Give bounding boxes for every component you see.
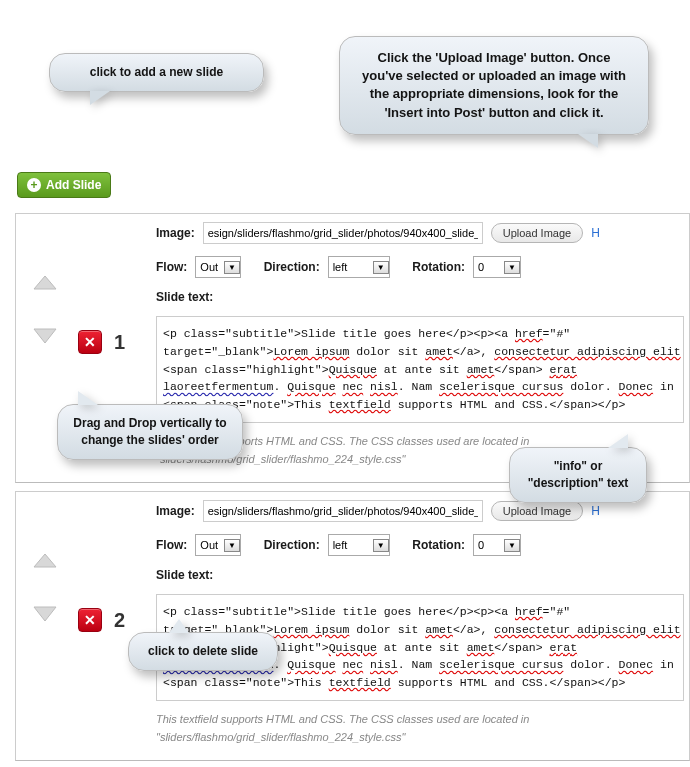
slide-number: 2 [114, 609, 125, 632]
image-path-input[interactable] [203, 222, 483, 244]
flow-label: Flow: [156, 538, 187, 552]
slidetext-label: Slide text: [156, 568, 213, 582]
help-link[interactable]: H [591, 504, 600, 518]
slide-panel: ✕ 2 Image: Upload Image H Flow: Out▼ Dir… [15, 491, 690, 761]
tooltip-text: Drag and Drop vertically to change the s… [73, 416, 226, 447]
help-link[interactable]: H [591, 226, 600, 240]
direction-select[interactable]: left▼ [328, 256, 390, 278]
move-up-icon[interactable] [32, 274, 58, 296]
rotation-select[interactable]: 0▼ [473, 256, 521, 278]
slide-number: 1 [114, 331, 125, 354]
svg-marker-2 [34, 554, 56, 567]
slidetext-label-row: Slide text: [156, 290, 684, 304]
move-down-icon[interactable] [32, 602, 58, 624]
reorder-controls [20, 274, 70, 346]
flow-select[interactable]: Out▼ [195, 534, 241, 556]
chevron-down-icon: ▼ [224, 539, 240, 552]
close-icon: ✕ [84, 334, 96, 350]
chevron-down-icon: ▼ [504, 539, 520, 552]
tooltip-text: click to delete slide [148, 644, 258, 658]
tooltip-drag-drop: Drag and Drop vertically to change the s… [57, 404, 243, 460]
direction-label: Direction: [264, 538, 320, 552]
svg-marker-1 [34, 329, 56, 343]
chevron-down-icon: ▼ [224, 261, 240, 274]
slidetext-label: Slide text: [156, 290, 213, 304]
flow-select[interactable]: Out▼ [195, 256, 241, 278]
svg-marker-0 [34, 276, 56, 289]
slidetext-hint: This textfield supports HTML and CSS. Th… [156, 711, 682, 746]
image-label: Image: [156, 226, 195, 240]
tooltip-text: "info" or "description" text [528, 459, 629, 490]
direction-label: Direction: [264, 260, 320, 274]
move-down-icon[interactable] [32, 324, 58, 346]
rotation-label: Rotation: [412, 538, 465, 552]
add-slide-button[interactable]: + Add Slide [17, 172, 111, 198]
tooltip-add-slide: click to add a new slide [49, 53, 264, 92]
options-row: Flow: Out▼ Direction: left▼ Rotation: 0▼ [156, 534, 684, 556]
tooltip-upload-image: Click the 'Upload Image' button. Once yo… [339, 36, 649, 135]
tooltip-delete-slide: click to delete slide [128, 632, 278, 671]
image-path-input[interactable] [203, 500, 483, 522]
slidetext-label-row: Slide text: [156, 568, 684, 582]
move-up-icon[interactable] [32, 552, 58, 574]
slide-header: ✕ 2 [78, 608, 125, 632]
slide-form: Image: Upload Image H Flow: Out▼ Directi… [156, 500, 689, 746]
image-row: Image: Upload Image H [156, 222, 684, 244]
tooltip-text: click to add a new slide [90, 65, 223, 79]
close-icon: ✕ [84, 612, 96, 628]
direction-select[interactable]: left▼ [328, 534, 390, 556]
rotation-select[interactable]: 0▼ [473, 534, 521, 556]
chevron-down-icon: ▼ [504, 261, 520, 274]
delete-slide-button[interactable]: ✕ [78, 608, 102, 632]
chevron-down-icon: ▼ [373, 539, 389, 552]
rotation-label: Rotation: [412, 260, 465, 274]
image-row: Image: Upload Image H [156, 500, 684, 522]
plus-icon: + [27, 178, 41, 192]
svg-marker-3 [34, 607, 56, 621]
image-label: Image: [156, 504, 195, 518]
delete-slide-button[interactable]: ✕ [78, 330, 102, 354]
slide-header: ✕ 1 [78, 330, 125, 354]
chevron-down-icon: ▼ [373, 261, 389, 274]
tooltip-text: Click the 'Upload Image' button. Once yo… [362, 50, 626, 120]
add-slide-label: Add Slide [46, 178, 101, 192]
upload-image-button[interactable]: Upload Image [491, 223, 584, 243]
reorder-controls [20, 552, 70, 624]
flow-label: Flow: [156, 260, 187, 274]
tooltip-info-text: "info" or "description" text [509, 447, 647, 503]
options-row: Flow: Out▼ Direction: left▼ Rotation: 0▼ [156, 256, 684, 278]
upload-image-button[interactable]: Upload Image [491, 501, 584, 521]
